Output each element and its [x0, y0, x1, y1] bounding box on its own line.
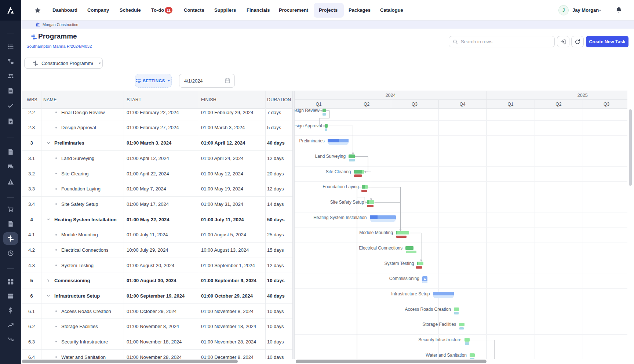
sidebar-item-check-icon[interactable]	[0, 100, 21, 112]
collapse-chevron-icon[interactable]	[45, 140, 51, 146]
sidebar-item-chat-icon[interactable]	[0, 161, 21, 173]
nav-item-catalogue[interactable]: Catalogue	[380, 0, 403, 20]
date-input[interactable]: 4/1/2024	[179, 74, 235, 88]
refresh-button[interactable]	[571, 36, 584, 47]
table-row[interactable]: 6.1Access Roads Creation01:00 October 29…	[22, 304, 292, 319]
cell-wbs: 6.1	[22, 304, 41, 319]
nav-item-dashboard[interactable]: Dashboard	[52, 0, 77, 20]
sidebar-item-trend-down-icon[interactable]	[0, 334, 21, 345]
nav-item-to-do[interactable]: To-do	[151, 0, 164, 20]
table-row[interactable]: 4Heating System Installation01:00 May 22…	[22, 212, 292, 228]
task-bullet-icon	[55, 249, 57, 251]
cell-name: Foundation Laying	[61, 181, 101, 196]
nav-item-financials[interactable]: Financials	[247, 0, 270, 20]
nav-item-contacts[interactable]: Contacts	[184, 0, 204, 20]
nav-item-company[interactable]: Company	[87, 0, 109, 20]
table-row[interactable]: 3.4Site Safety Setup01:00 May 17, 202401…	[22, 197, 292, 212]
table-row[interactable]: 2.2Final Design Review01:00 February 22,…	[22, 109, 292, 120]
cell-start: 10:00 July 29, 2024	[127, 243, 168, 258]
gantt-horizontal-scrollbar[interactable]	[296, 360, 487, 363]
column-header-start[interactable]: START	[127, 91, 141, 109]
cell-duration: 10 days	[267, 334, 284, 349]
page-subtitle-link[interactable]: Southampton Marina P/2024/M032	[26, 44, 92, 48]
table-row[interactable]: 5Commissioning01:00 August 30, 202401:00…	[22, 273, 292, 288]
sidebar-item-trend-up-icon[interactable]	[0, 319, 21, 331]
nav-item-schedule[interactable]: Schedule	[120, 0, 141, 20]
sidebar-item-hierarchy-icon[interactable]	[0, 55, 21, 67]
table-row[interactable]: 6.4Water and Sanitation01:00 November 28…	[22, 350, 292, 359]
logo-icon	[6, 5, 16, 15]
table-row[interactable]: 6Infrastructure Setup01:00 September 19,…	[22, 288, 292, 304]
nav-item-projects[interactable]: Projects	[319, 0, 338, 20]
sidebar-divider	[7, 197, 14, 198]
vertical-scrollbar[interactable]	[629, 109, 632, 186]
user-menu-chevron-icon[interactable]	[597, 8, 602, 13]
sidebar-item-document-icon[interactable]	[0, 85, 21, 97]
search-placeholder: Search in rows	[461, 39, 492, 44]
sidebar-item-document-icon[interactable]	[0, 218, 21, 230]
cell-duration: 50 days	[267, 212, 285, 227]
table-row[interactable]: 4.3System Testing01:00 August 20, 202401…	[22, 258, 292, 273]
divider	[22, 54, 634, 54]
sidebar-item-file-upload-icon[interactable]	[0, 116, 21, 127]
create-new-task-button[interactable]: Create New Task	[586, 36, 628, 47]
cell-finish: 01:00 May 19, 2024	[201, 181, 243, 196]
cell-finish: 01:00 April 12, 2024	[201, 135, 245, 150]
app-logo[interactable]	[0, 0, 21, 21]
expand-chevron-icon[interactable]	[45, 278, 51, 284]
notifications-bell-icon[interactable]	[615, 7, 622, 14]
breadcrumb-company[interactable]: Morgan Construction	[43, 22, 78, 27]
cell-wbs: 5	[22, 273, 41, 288]
sidebar-item-gantt-icon[interactable]	[3, 232, 18, 245]
cell-duration: 25 days	[267, 227, 284, 242]
cell-name: Final Design Review	[61, 109, 105, 120]
settings-dropdown[interactable]: SETTINGS	[135, 74, 172, 88]
table-horizontal-scrollbar[interactable]	[22, 360, 238, 363]
favorite-star-icon[interactable]	[34, 7, 41, 14]
table-row[interactable]: 4.1Module Mounting01:00 July 11, 202401:…	[22, 227, 292, 243]
table-row[interactable]: 3.3Foundation Laying01:00 May 7, 202401:…	[22, 181, 292, 197]
table-row[interactable]: 3.2Site Clearing01:00 April 22, 202401:0…	[22, 166, 292, 182]
search-input[interactable]: Search in rows	[449, 36, 555, 47]
column-header-finish[interactable]: FINISH	[201, 91, 216, 109]
export-button[interactable]	[557, 36, 569, 47]
user-name[interactable]: Jay Morgan	[572, 0, 599, 20]
column-header-wbs[interactable]: WBS	[27, 91, 37, 109]
table-row[interactable]: 6.3Security Infrastructure01:00 November…	[22, 334, 292, 350]
column-divider	[41, 91, 41, 359]
column-header-duration[interactable]: DURATION	[267, 91, 291, 109]
sidebar-item-document-icon[interactable]	[0, 146, 21, 158]
sidebar-item-grid-icon[interactable]	[0, 276, 21, 288]
nav-item-procurement[interactable]: Procurement	[279, 0, 308, 20]
cell-duration: 20 days	[267, 166, 284, 181]
cell-duration: 15 days	[267, 243, 284, 258]
sidebar-item-people-icon[interactable]	[0, 70, 21, 82]
table-row[interactable]: 6.2Storage Facilities01:00 November 8, 2…	[22, 319, 292, 334]
table-row[interactable]: 3Preliminaries01:00 March 3, 202401:00 A…	[22, 135, 292, 151]
cell-start: 01:00 August 20, 2024	[127, 258, 174, 273]
collapse-chevron-icon[interactable]	[45, 216, 51, 222]
task-bullet-icon	[55, 127, 57, 128]
view-selector-dropdown[interactable]: Construction Programme	[24, 58, 103, 69]
cell-wbs: 4.3	[22, 258, 41, 273]
cell-duration: 14 days	[267, 197, 284, 212]
sidebar-item-warning-icon[interactable]	[0, 176, 21, 188]
sidebar-item-clock-icon[interactable]	[0, 247, 21, 259]
column-header-name[interactable]: NAME	[43, 91, 57, 109]
nav-item-packages[interactable]: Packages	[349, 0, 371, 20]
sidebar-item-dollar-icon[interactable]	[0, 305, 21, 316]
sidebar-item-list-icon[interactable]	[0, 41, 21, 52]
table-row[interactable]: 4.2Electrical Connections10:00 July 29, …	[22, 243, 292, 258]
calendar-icon[interactable]	[225, 78, 230, 84]
cell-wbs: 6.4	[22, 350, 41, 359]
sidebar-item-rows-icon[interactable]	[0, 290, 21, 302]
table-row[interactable]: 3.1Land Surveying01:00 April 12, 202401:…	[22, 151, 292, 166]
settings-list-icon	[136, 78, 141, 84]
collapse-chevron-icon[interactable]	[45, 293, 51, 299]
sidebar-item-cart-icon[interactable]	[0, 204, 21, 215]
dependency-connectors	[295, 109, 627, 359]
sidebar-divider	[7, 268, 14, 269]
table-row[interactable]: 2.3Design Approval01:00 February 27, 202…	[22, 120, 292, 136]
nav-item-suppliers[interactable]: Suppliers	[214, 0, 236, 20]
avatar[interactable]: J	[558, 5, 569, 15]
